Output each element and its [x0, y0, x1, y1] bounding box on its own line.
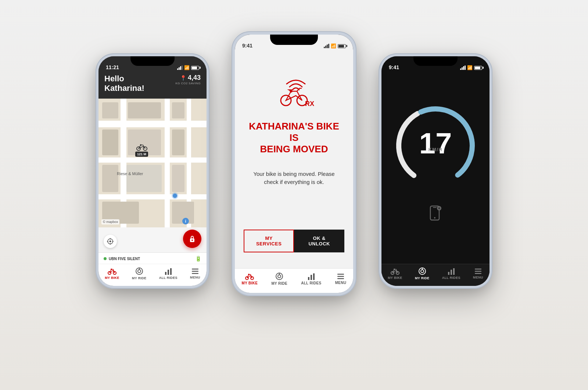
- mapbox-attribution: © mapbox: [101, 219, 119, 224]
- svg-rect-9: [172, 102, 184, 118]
- co2-value: 📍 4,43: [180, 74, 201, 82]
- info-button[interactable]: i: [182, 218, 189, 224]
- wifi-icon-right: 📶: [467, 65, 473, 70]
- map-area: © mapbox i 121 M Riese &: [98, 99, 207, 227]
- svg-rect-54: [313, 273, 315, 280]
- time-center: 9:41: [242, 43, 252, 49]
- svg-rect-75: [475, 269, 481, 270]
- location-button[interactable]: [104, 235, 117, 248]
- center-nav-all-rides[interactable]: ALL RIDES: [301, 273, 321, 285]
- svg-rect-13: [102, 165, 118, 192]
- svg-point-70: [421, 270, 424, 273]
- co2-badge: 📍 4,43 KG CO2 SAVING: [175, 74, 201, 85]
- center-menu-nav-icon: [337, 273, 345, 280]
- speedometer: 17 KM/H: [391, 102, 480, 190]
- status-dot: [104, 257, 107, 260]
- right-nav-my-bike[interactable]: MY BIKE: [388, 267, 402, 280]
- svg-rect-29: [192, 240, 193, 241]
- bike-name-status: UBN FIVE SILENT: [104, 257, 140, 261]
- svg-rect-72: [448, 272, 449, 275]
- nav-my-ride[interactable]: MY RIDE: [132, 267, 146, 280]
- nav-bar-right: MY BIKE MY RIDE: [381, 264, 490, 286]
- right-menu-nav-icon: [474, 268, 482, 274]
- right-nav-menu[interactable]: MENU: [473, 268, 483, 279]
- battery-icon-center: [338, 44, 346, 48]
- my-services-button[interactable]: MY SERVICES: [244, 230, 294, 252]
- right-rides-nav-icon: [447, 267, 455, 275]
- nav-all-rides-label: ALL RIDES: [159, 276, 178, 280]
- nav-my-bike[interactable]: MY BIKE: [105, 267, 119, 280]
- right-nav-menu-label: MENU: [473, 276, 483, 279]
- svg-rect-41: [192, 273, 198, 274]
- ok-unlock-button[interactable]: OK & UNLOCK: [294, 230, 344, 252]
- screen-right: 9:41 📶: [381, 56, 490, 286]
- wifi-icon-left: 📶: [184, 65, 190, 70]
- right-nav-my-ride[interactable]: MY RIDE: [415, 267, 429, 280]
- right-nav-my-ride-label: MY RIDE: [415, 276, 429, 280]
- speed-value: 17: [419, 129, 452, 158]
- svg-rect-38: [170, 268, 172, 275]
- center-nav-my-bike-label: MY BIKE: [242, 281, 258, 285]
- center-nav-all-rides-label: ALL RIDES: [301, 281, 321, 285]
- center-nav-my-ride-label: MY RIDE: [271, 281, 287, 286]
- bottom-bar-center: MY BIKE MY RIDE: [235, 268, 353, 293]
- svg-rect-74: [453, 268, 455, 275]
- svg-rect-57: [337, 278, 344, 279]
- nav-menu[interactable]: MENU: [190, 268, 200, 279]
- nav-menu-label: MENU: [190, 276, 200, 279]
- right-nav-my-bike-label: MY BIKE: [388, 276, 402, 280]
- phones-container: 11:21 📶: [74, 20, 514, 370]
- rides-nav-icon: [164, 267, 172, 275]
- bike-status-bar: UBN FIVE SILENT 🔋: [98, 253, 207, 264]
- speed-unit: KM/H: [429, 147, 443, 152]
- notch-right: [413, 56, 458, 66]
- phone-center: 9:41 📶: [232, 31, 356, 296]
- svg-point-63: [434, 217, 435, 219]
- distance-badge: 121 M: [135, 152, 148, 157]
- svg-rect-39: [192, 269, 198, 270]
- svg-rect-53: [311, 275, 312, 280]
- alert-content: RX KATHARINA'S BIKE IS BEING MOVED Your …: [235, 35, 353, 249]
- speed-content: 17 KM/H: [381, 56, 490, 260]
- svg-rect-36: [165, 272, 166, 275]
- alert-title-line1: KATHARINA'S BIKE IS: [249, 121, 339, 143]
- signal-icon-left: [177, 65, 183, 70]
- bike-icon-map: [136, 143, 147, 151]
- co2-label: KG CO2 SAVING: [175, 82, 201, 85]
- greeting-text: Hello: [104, 74, 144, 84]
- phone-right: 9:41 📶: [379, 53, 492, 289]
- svg-rect-10: [102, 130, 118, 155]
- wifi-icon-center: 📶: [331, 43, 336, 49]
- menu-nav-icon: [191, 268, 199, 274]
- center-bike-nav-icon: [245, 273, 254, 280]
- center-nav-my-ride[interactable]: MY RIDE: [271, 272, 287, 286]
- bike-marker: 121 M: [135, 143, 148, 157]
- svg-point-23: [110, 240, 111, 242]
- svg-rect-76: [475, 271, 481, 272]
- bottom-bar-right: MY BIKE MY RIDE: [381, 264, 490, 286]
- location-label: Riese & Müller: [117, 171, 143, 176]
- nav-bar-left: MY BIKE MY RIDE: [98, 264, 207, 286]
- nav-bar-center: MY BIKE MY RIDE: [235, 269, 353, 293]
- phone-center-screen: 9:41 📶: [235, 35, 353, 293]
- nav-my-ride-label: MY RIDE: [132, 276, 146, 280]
- bike-rx-svg: RX: [276, 73, 316, 108]
- phone-right-screen: 9:41 📶: [381, 56, 490, 286]
- time-left: 11:21: [106, 64, 119, 70]
- nav-all-rides[interactable]: ALL RIDES: [159, 267, 178, 280]
- svg-point-50: [278, 275, 281, 278]
- alert-title: KATHARINA'S BIKE IS BEING MOVED: [246, 121, 342, 155]
- svg-text:RX: RX: [305, 100, 314, 107]
- alert-buttons: MY SERVICES OK & UNLOCK: [235, 230, 353, 252]
- center-rides-nav-icon: [307, 273, 315, 280]
- phone-location-icon: [428, 205, 443, 222]
- center-nav-my-bike[interactable]: MY BIKE: [242, 273, 258, 285]
- right-nav-all-rides-label: ALL RIDES: [442, 276, 460, 280]
- status-icons-center: 📶: [324, 43, 346, 49]
- lock-button[interactable]: [183, 230, 201, 248]
- time-right: 9:41: [389, 64, 399, 70]
- svg-rect-7: [102, 102, 118, 118]
- center-nav-menu[interactable]: MENU: [335, 273, 347, 285]
- battery-icon-left: [191, 66, 199, 70]
- right-nav-all-rides[interactable]: ALL RIDES: [442, 267, 460, 280]
